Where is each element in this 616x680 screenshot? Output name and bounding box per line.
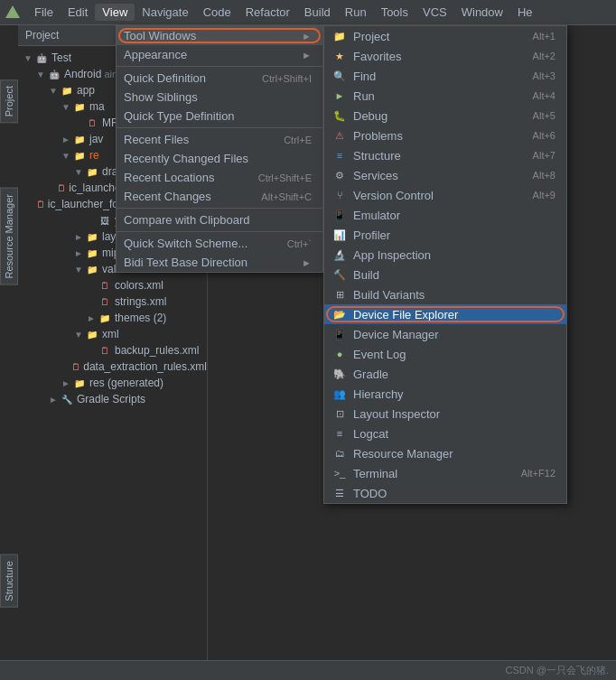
folder-icon: 📁 [85,246,99,260]
event-log-icon: ● [331,347,348,361]
sub-shortcut: Alt+6 [533,130,555,141]
tree-arrow: ▼ [47,86,60,96]
submenu-item-build[interactable]: 🔨 Build [324,265,566,284]
sub-label: Resource Manager [353,447,555,461]
tree-item-data-extraction[interactable]: 🗒 data_extraction_rules.xml [18,359,207,375]
submenu-item-project[interactable]: 📁 Project Alt+1 [324,26,566,46]
tree-item-xml[interactable]: ▼ 📁 xml [18,326,207,342]
tree-item-res-generated[interactable]: ► 📁 res (generated) [18,375,207,391]
tree-arrow: ▼ [34,70,47,79]
sub-label: Hierarchy [353,387,555,401]
menu-separator [117,208,322,209]
app-inspection-icon: 🔬 [331,247,348,262]
tree-item-strings[interactable]: 🗒 strings.xml [18,293,207,310]
structure-icon: ≡ [331,148,348,163]
menu-item-quick-switch[interactable]: Quick Switch Scheme... Ctrl+` [117,234,322,253]
xml-file-icon: 🗒 [71,359,81,374]
bottom-text: CSDN @一只会飞的猪. [506,664,609,677]
submenu-item-terminal[interactable]: >_ Terminal Alt+F12 [324,463,566,483]
menu-label: Recent Changes [124,190,243,203]
submenu-item-hierarchy[interactable]: 👥 Hierarchy [324,384,566,404]
menubar-item-navigate[interactable]: Navigate [135,4,195,21]
menubar-item-refactor[interactable]: Refactor [238,4,297,21]
menu-item-quick-def[interactable]: Quick Definition Ctrl+Shift+I [117,69,322,88]
menubar-item-view[interactable]: View [95,4,135,21]
menu-item-show-siblings[interactable]: Show Siblings [117,88,322,107]
sub-label: Logcat [353,427,555,441]
sub-label: App Inspection [353,248,555,262]
menubar-item-build[interactable]: Build [297,4,338,21]
submenu-item-problems[interactable]: ⚠ Problems Alt+6 [324,126,566,145]
tree-arrow: ▼ [22,53,34,63]
tree-item-backup[interactable]: 🗒 backup_rules.xml [18,342,207,359]
submenu-item-logcat[interactable]: ≡ Logcat [324,424,566,443]
tree-label: Android [64,68,101,80]
xml-file-icon: 🗒 [98,343,112,358]
menu-label: Bidi Text Base Direction [124,256,298,269]
submenu-item-emulator[interactable]: 📱 Emulator [324,205,566,225]
submenu-item-resource-manager[interactable]: 🗂 Resource Manager [324,443,566,463]
submenu-item-run[interactable]: ► Run Alt+4 [324,86,566,106]
menubar: File Edit View Navigate Code Refactor Bu… [0,0,616,25]
logcat-icon: ≡ [331,426,348,441]
submenu-item-structure[interactable]: ≡ Structure Alt+7 [324,145,566,165]
menubar-item-help[interactable]: He [510,4,540,21]
find-icon: 🔍 [331,69,348,83]
submenu-item-find[interactable]: 🔍 Find Alt+3 [324,66,566,86]
res-folder-icon: 📁 [72,148,87,163]
device-manager-icon: 📱 [331,327,348,341]
v-tab-structure[interactable]: Structure [0,554,18,608]
menubar-item-run[interactable]: Run [338,4,374,21]
menu-item-recently-changed[interactable]: Recently Changed Files [117,149,322,168]
sub-label: TODO [353,487,555,500]
menu-item-bidi[interactable]: Bidi Text Base Direction ► [117,253,322,272]
tree-label: strings.xml [115,295,166,308]
svg-marker-0 [5,5,20,18]
android-icon: 🤖 [34,51,49,65]
menu-item-compare-clipboard[interactable]: Compare with Clipboard [117,210,322,229]
resource-manager-icon: 🗂 [331,446,348,461]
sub-label: Build Variants [353,288,555,302]
submenu-item-device-manager[interactable]: 📱 Device Manager [324,324,566,344]
submenu-item-event-log[interactable]: ● Event Log [324,344,566,364]
menu-item-appearance[interactable]: Appearance ► [117,45,322,64]
tree-label: app [77,84,95,97]
menu-label: Compare with Clipboard [124,213,312,227]
menu-item-quick-type[interactable]: Quick Type Definition [117,107,322,126]
tree-item-colors[interactable]: 🗒 colors.xml [18,277,207,293]
menubar-item-edit[interactable]: Edit [61,4,95,21]
menu-arrow-icon: ► [302,50,312,61]
view-menu-dropdown: Tool Windows ► Appearance ► Quick Defini… [116,25,323,273]
todo-icon: ☰ [331,486,348,500]
folder-icon: 📁 [85,262,99,276]
menu-item-tool-windows[interactable]: Tool Windows ► [117,26,322,45]
submenu-item-services[interactable]: ⚙ Services Alt+8 [324,165,566,185]
menu-item-recent-files[interactable]: Recent Files Ctrl+E [117,130,322,149]
tree-item-gradle-scripts[interactable]: ► 🔧 Gradle Scripts [18,391,207,407]
submenu-item-gradle[interactable]: 🐘 Gradle [324,364,566,384]
submenu-item-todo[interactable]: ☰ TODO [324,483,566,503]
submenu-item-version-control[interactable]: ⑂ Version Control Alt+9 [324,185,566,205]
v-tab-project[interactable]: Project [0,79,18,123]
submenu-item-device-file-explorer[interactable]: 📂 Device File Explorer [324,304,566,324]
menu-label: Recent Files [124,133,266,146]
menubar-item-code[interactable]: Code [196,4,238,21]
submenu-item-favorites[interactable]: ★ Favorites Alt+2 [324,46,566,66]
menubar-item-vcs[interactable]: VCS [415,4,454,21]
menu-separator [117,127,322,128]
sub-label: Gradle [353,368,555,381]
menu-item-recent-changes[interactable]: Recent Changes Alt+Shift+C [117,187,322,206]
submenu-item-debug[interactable]: 🐛 Debug Alt+5 [324,106,566,126]
submenu-item-build-variants[interactable]: ⊞ Build Variants [324,284,566,304]
tree-item-themes[interactable]: ► 📁 themes (2) [18,310,207,326]
menu-item-recent-locations[interactable]: Recent Locations Ctrl+Shift+E [117,168,322,187]
menubar-item-file[interactable]: File [27,4,61,21]
menubar-item-window[interactable]: Window [454,4,510,21]
submenu-item-app-inspection[interactable]: 🔬 App Inspection [324,245,566,265]
submenu-item-layout-inspector[interactable]: ⊡ Layout Inspector [324,404,566,424]
v-tab-resource-manager[interactable]: Resource Manager [0,188,18,285]
folder-icon: 📁 [72,99,87,114]
menubar-item-tools[interactable]: Tools [374,4,415,21]
submenu-item-profiler[interactable]: 📊 Profiler [324,225,566,245]
sub-shortcut: Alt+2 [533,51,555,61]
